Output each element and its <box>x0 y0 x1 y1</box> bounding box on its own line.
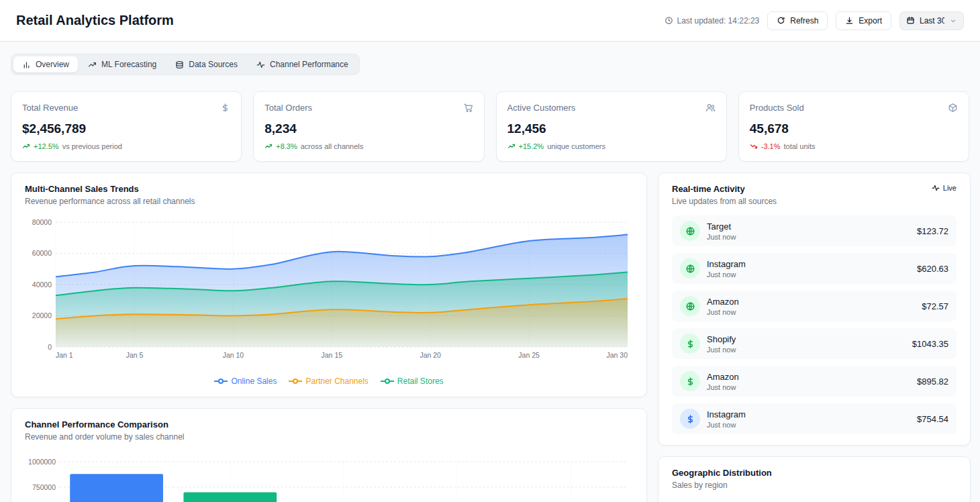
activity-source-icon-wrap <box>680 409 700 429</box>
kpi-delta: +8.3% <box>276 142 297 150</box>
svg-text:Jan 25: Jan 25 <box>518 351 540 359</box>
kpi-delta: -3.1% <box>761 142 781 150</box>
activity-row[interactable]: AmazonJust now$895.82 <box>672 366 957 397</box>
kpi-delta: +15.2% <box>519 142 544 150</box>
geo-subtitle: Sales by region <box>672 481 957 490</box>
kpi-desc: vs previous period <box>62 142 122 150</box>
sales-trends-card: Multi-Channel Sales Trends Revenue perfo… <box>11 172 647 397</box>
kpi-card-products-sold: Products Sold45,678-3.1%total units <box>738 91 969 162</box>
activity-row[interactable]: AmazonJust now$72.57 <box>672 291 957 321</box>
tab-ml-forecasting[interactable]: ML Forecasting <box>79 56 165 72</box>
tab-label: ML Forecasting <box>101 60 156 69</box>
trending-up-icon <box>88 60 97 69</box>
legend-item-online-sales[interactable]: Online Sales <box>214 376 277 386</box>
svg-text:Jan 5: Jan 5 <box>126 351 144 359</box>
activity-source-icon-wrap <box>680 334 700 354</box>
chevron-down-icon <box>949 17 957 25</box>
activity-amount: $72.57 <box>922 301 948 311</box>
legend-marker <box>214 378 228 385</box>
tab-bar: OverviewML ForecastingData SourcesChanne… <box>11 54 360 75</box>
right-column: Real-time Activity Live updates from all… <box>658 172 971 502</box>
activity-amount: $895.82 <box>917 376 948 387</box>
activity-amount: $123.72 <box>917 226 948 236</box>
activity-icon <box>256 60 265 69</box>
kpi-card-active-customers: Active Customers12,456+15.2%unique custo… <box>496 91 727 162</box>
bar <box>183 493 277 502</box>
channel-bar-chart[interactable]: 02500005000007500001000000 <box>25 451 633 502</box>
trending-up-icon <box>22 142 30 150</box>
multi-channel-area-chart[interactable]: 020000400006000080000Jan 1Jan 5Jan 10Jan… <box>25 215 633 371</box>
activity-time: Just now <box>707 270 910 279</box>
refresh-icon <box>777 16 785 25</box>
kpi-label: Total Orders <box>264 103 312 113</box>
kpi-label: Active Customers <box>507 103 576 113</box>
bar <box>70 474 163 502</box>
chart-legend: Online SalesPartner ChannelsRetail Store… <box>25 376 633 386</box>
kpi-delta: +12.5% <box>34 142 59 150</box>
clock-icon <box>665 16 673 25</box>
activity-card: Real-time Activity Live updates from all… <box>658 172 971 446</box>
package-icon <box>948 103 958 113</box>
activity-row[interactable]: TargetJust now$123.72 <box>672 215 957 246</box>
dollar-icon <box>685 376 695 387</box>
activity-source: Instagram <box>707 409 910 419</box>
svg-text:40000: 40000 <box>32 281 52 289</box>
svg-text:60000: 60000 <box>32 249 52 257</box>
dollar-icon <box>685 339 695 349</box>
activity-icon <box>932 184 940 192</box>
activity-time: Just now <box>707 421 910 429</box>
bar-chart-icon <box>22 60 31 69</box>
svg-text:20000: 20000 <box>32 311 52 319</box>
download-icon <box>845 16 854 25</box>
legend-label: Online Sales <box>231 376 277 386</box>
activity-row[interactable]: ShopifyJust now$1043.35 <box>672 328 957 359</box>
legend-label: Partner Channels <box>305 376 368 386</box>
activity-time: Just now <box>707 233 910 241</box>
live-label: Live <box>943 184 957 192</box>
kpi-value: 8,234 <box>264 121 473 136</box>
left-column: Multi-Channel Sales Trends Revenue perfo… <box>11 172 647 502</box>
svg-text:Jan 10: Jan 10 <box>223 351 244 359</box>
tab-label: Channel Performance <box>270 60 348 69</box>
activity-time: Just now <box>707 383 910 391</box>
users-icon <box>705 103 716 113</box>
activity-time: Just now <box>707 346 905 354</box>
refresh-icon <box>777 16 785 25</box>
legend-item-retail-stores[interactable]: Retail Stores <box>381 376 444 386</box>
tab-label: Overview <box>36 60 69 69</box>
trending-up-icon <box>264 142 273 150</box>
export-button[interactable]: Export <box>836 11 891 30</box>
download-icon <box>845 16 854 25</box>
kpi-value: 12,456 <box>507 121 716 136</box>
channel-comparison-subtitle: Revenue and order volume by sales channe… <box>25 432 633 442</box>
tab-channel-performance[interactable]: Channel Performance <box>248 56 357 72</box>
activity-title: Real-time Activity <box>672 184 777 194</box>
refresh-label: Refresh <box>790 16 818 26</box>
refresh-button[interactable]: Refresh <box>767 11 828 30</box>
activity-row[interactable]: InstagramJust now$620.63 <box>672 253 957 284</box>
sales-trends-subtitle: Revenue performance across all retail ch… <box>25 197 633 206</box>
kpi-desc: unique customers <box>547 142 605 150</box>
last-updated: Last updated: 14:22:23 <box>665 16 760 26</box>
kpi-label: Total Revenue <box>22 103 78 113</box>
dollar-icon <box>220 103 230 113</box>
svg-text:Jan 1: Jan 1 <box>56 351 73 359</box>
globe-icon <box>685 226 695 236</box>
calendar-icon <box>906 16 915 25</box>
activity-source-icon-wrap <box>680 371 700 391</box>
activity-amount: $1043.35 <box>912 339 948 349</box>
export-label: Export <box>859 16 882 26</box>
tab-overview[interactable]: Overview <box>13 56 78 72</box>
activity-row[interactable]: InstagramJust now$754.54 <box>672 403 957 434</box>
trending-up-icon <box>507 142 516 150</box>
date-range-select[interactable]: Last 30 da <box>899 11 964 30</box>
activity-list: TargetJust now$123.72InstagramJust now$6… <box>672 215 957 434</box>
activity-source: Target <box>707 221 910 232</box>
legend-item-partner-channels[interactable]: Partner Channels <box>289 376 368 386</box>
live-badge: Live <box>932 184 957 192</box>
channel-comparison-card: Channel Performance Comparison Revenue a… <box>11 408 647 502</box>
svg-text:80000: 80000 <box>32 218 52 226</box>
geo-title: Geographic Distribution <box>672 468 957 478</box>
tab-data-sources[interactable]: Data Sources <box>166 56 246 72</box>
sales-trends-title: Multi-Channel Sales Trends <box>25 184 633 194</box>
